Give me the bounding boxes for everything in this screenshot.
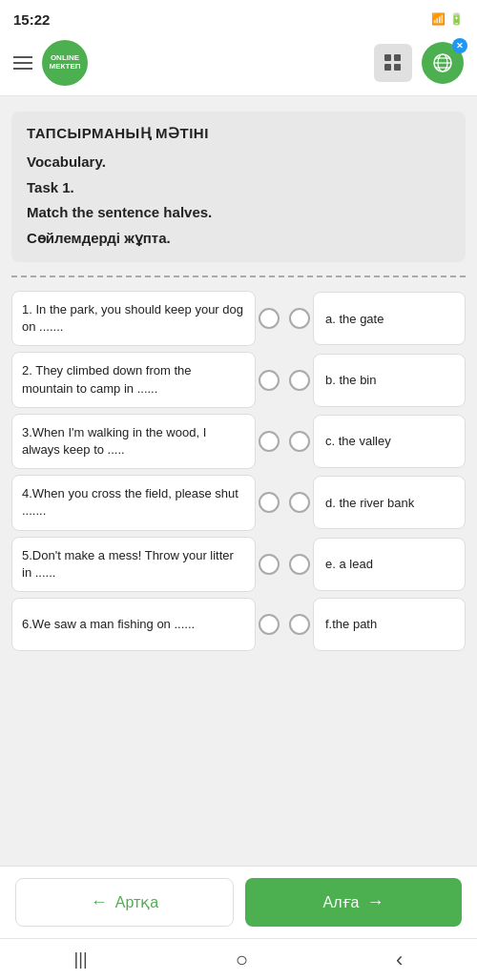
signal-icon: 📶 — [431, 12, 446, 26]
globe-button[interactable]: ✕ — [422, 42, 464, 84]
answer-b: b. the bin — [313, 354, 466, 407]
radio-right-3[interactable] — [289, 431, 310, 452]
radio-left-1[interactable] — [259, 308, 280, 329]
radio-area-1 — [256, 308, 313, 329]
logo-line2: МЕКТЕП — [49, 63, 80, 71]
answer-c: c. the valley — [313, 415, 466, 468]
radio-right-6[interactable] — [289, 614, 310, 635]
radio-area-4 — [256, 492, 313, 513]
system-back-button[interactable]: ‹ — [396, 948, 403, 972]
task-line-1: Vocabulary. — [27, 152, 450, 174]
radio-left-6[interactable] — [259, 614, 280, 635]
forward-label: Алға — [323, 893, 360, 911]
match-row-4: 4.When you cross the field, please shut … — [11, 475, 466, 530]
hamburger-icon[interactable] — [13, 56, 32, 70]
answer-d: d. the river bank — [313, 476, 466, 529]
status-bar: 15:22 📶 🔋 — [0, 0, 477, 34]
close-icon[interactable]: ✕ — [452, 38, 467, 53]
bottom-nav: ← Артқа Алға → — [0, 866, 477, 938]
nav-left: ONLINE МЕКТЕП — [13, 40, 88, 86]
radio-right-1[interactable] — [289, 308, 310, 329]
match-row-3: 3.When I'm walking in the wood, I always… — [11, 414, 466, 469]
task-line-2: Task 1. — [27, 177, 450, 199]
sentence-1: 1. In the park, you should keep your dog… — [11, 291, 256, 346]
task-header-title: ТАПСЫРМАНЫҢ МӘТІНІ — [27, 125, 450, 142]
radio-left-2[interactable] — [259, 370, 280, 391]
svg-rect-2 — [384, 64, 391, 71]
section-divider — [11, 276, 466, 277]
battery-icon: 🔋 — [449, 12, 464, 26]
task-header: ТАПСЫРМАНЫҢ МӘТІНІ Vocabulary. Task 1. M… — [11, 112, 466, 262]
match-container: 1. In the park, you should keep your dog… — [11, 291, 466, 657]
radio-left-3[interactable] — [259, 431, 280, 452]
logo[interactable]: ONLINE МЕКТЕП — [42, 40, 88, 86]
status-time: 15:22 — [13, 11, 50, 28]
forward-arrow-icon: → — [366, 892, 384, 912]
system-menu-button[interactable]: ||| — [74, 949, 88, 970]
radio-right-5[interactable] — [289, 554, 310, 575]
sentence-2: 2. They climbed down from the mountain t… — [11, 352, 256, 407]
svg-rect-1 — [394, 54, 401, 61]
globe-icon — [432, 52, 453, 73]
top-nav: ONLINE МЕКТЕП ✕ — [0, 34, 477, 96]
match-row-1: 1. In the park, you should keep your dog… — [11, 291, 466, 346]
svg-rect-0 — [384, 54, 391, 61]
back-arrow-icon: ← — [91, 892, 108, 912]
system-nav: ||| ○ ‹ — [0, 938, 477, 980]
status-icons: 📶 🔋 — [431, 12, 464, 26]
nav-right: ✕ — [374, 42, 464, 84]
sentence-4: 4.When you cross the field, please shut … — [11, 475, 256, 530]
task-line-3: Match the sentence halves. — [27, 202, 450, 224]
back-label: Артқа — [115, 893, 158, 911]
match-row-6: 6.We saw a man fishing on ...... f.the p… — [11, 598, 466, 651]
system-home-button[interactable]: ○ — [236, 948, 248, 972]
back-button[interactable]: ← Артқа — [15, 878, 234, 927]
radio-area-3 — [256, 431, 313, 452]
sentence-6: 6.We saw a man fishing on ...... — [11, 598, 256, 651]
forward-button[interactable]: Алға → — [245, 878, 462, 927]
svg-rect-3 — [394, 64, 401, 71]
grid-icon — [384, 53, 403, 72]
match-row-2: 2. They climbed down from the mountain t… — [11, 352, 466, 407]
answer-e: e. a lead — [313, 538, 466, 591]
main-content: ТАПСЫРМАНЫҢ МӘТІНІ Vocabulary. Task 1. M… — [0, 96, 477, 866]
task-line-4: Сөйлемдерді жұпта. — [27, 228, 450, 250]
answer-f: f.the path — [313, 598, 466, 651]
radio-area-5 — [256, 554, 313, 575]
radio-area-6 — [256, 614, 313, 635]
sentence-5: 5.Don't make a mess! Throw your litter i… — [11, 537, 256, 592]
sentence-3: 3.When I'm walking in the wood, I always… — [11, 414, 256, 469]
radio-right-2[interactable] — [289, 370, 310, 391]
radio-area-2 — [256, 370, 313, 391]
radio-left-4[interactable] — [259, 492, 280, 513]
match-row-5: 5.Don't make a mess! Throw your litter i… — [11, 537, 466, 592]
grid-view-button[interactable] — [374, 44, 412, 82]
answer-a: a. the gate — [313, 292, 466, 345]
radio-left-5[interactable] — [259, 554, 280, 575]
radio-right-4[interactable] — [289, 492, 310, 513]
